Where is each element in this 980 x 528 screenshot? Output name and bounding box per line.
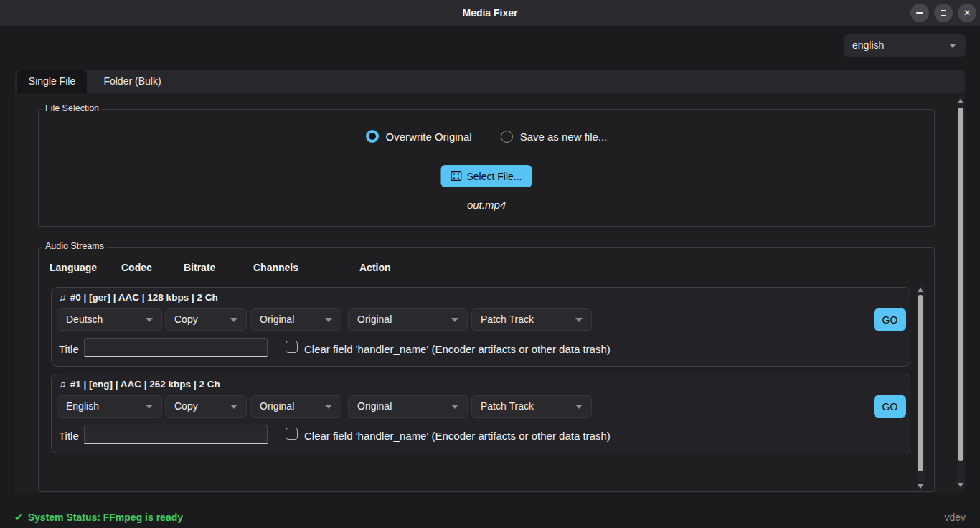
chevron-down-icon: [230, 318, 237, 322]
chevron-down-icon: [451, 318, 458, 322]
language-dropdown-value: english: [852, 39, 884, 51]
radio-save-new-label: Save as new file...: [520, 131, 608, 143]
stream-card-1: ♫ #1 | [eng] | AAC | 262 kbps | 2 Ch Eng…: [51, 374, 910, 453]
radio-selected-icon: [366, 130, 379, 143]
chevron-down-icon: [325, 318, 332, 322]
media-fixer-window: { "titlebar": { "title": "Media Fixer" }…: [0, 0, 980, 528]
select-file-button[interactable]: Select File...: [440, 165, 532, 187]
maximize-button[interactable]: [934, 4, 953, 22]
stream-1-title-input[interactable]: [84, 425, 268, 444]
system-status-text: System Status: FFmpeg is ready: [28, 512, 183, 523]
panel-scrollbar[interactable]: [957, 96, 965, 490]
audio-streams-group: Audio Streams Language Codec Bitrate Cha…: [38, 247, 935, 492]
column-header-codec: Codec: [121, 262, 152, 273]
column-header-bitrate: Bitrate: [184, 262, 215, 273]
column-header-action: Action: [359, 262, 391, 273]
scroll-up-icon[interactable]: [918, 288, 923, 292]
stream-1-codec-value: Copy: [174, 400, 198, 412]
file-selection-group: File Selection Overwrite Original Save a…: [38, 109, 935, 227]
stream-1-clear-handler-label[interactable]: Clear field 'handler_name' (Encoder arti…: [304, 430, 611, 442]
tab-single-file[interactable]: Single File: [17, 70, 87, 93]
radio-overwrite-original[interactable]: Overwrite Original: [366, 130, 472, 143]
stream-0-title-input[interactable]: [84, 338, 268, 357]
stream-0-clear-handler-label[interactable]: Clear field 'handler_name' (Encoder arti…: [304, 343, 611, 355]
chevron-down-icon: [230, 405, 237, 409]
stream-0-action-value: Patch Track: [481, 314, 534, 325]
stream-1-codec-select[interactable]: Copy: [165, 395, 247, 418]
stream-1-bitrate-select[interactable]: Original: [250, 395, 341, 418]
minimize-icon: [916, 12, 923, 14]
version-label: vdev: [944, 512, 966, 523]
maximize-icon: [941, 10, 946, 16]
stream-0-bitrate-value: Original: [260, 314, 294, 325]
stream-1-action-select[interactable]: Patch Track: [471, 395, 592, 418]
stream-0-action-select[interactable]: Patch Track: [471, 308, 592, 331]
radio-save-as-new[interactable]: Save as new file...: [501, 131, 608, 143]
check-icon: ✔: [14, 512, 23, 523]
chevron-down-icon: [146, 405, 153, 409]
stream-1-header: ♫ #1 | [eng] | AAC | 262 kbps | 2 Ch: [59, 379, 220, 390]
tab-folder-bulk[interactable]: Folder (Bulk): [87, 70, 178, 93]
system-status: ✔ System Status: FFmpeg is ready: [14, 512, 183, 523]
chevron-down-icon: [575, 405, 583, 409]
chevron-down-icon: [146, 318, 153, 322]
scroll-down-icon[interactable]: [958, 483, 963, 487]
language-dropdown[interactable]: english: [844, 34, 966, 57]
stream-0-title-label: Title: [59, 343, 79, 355]
stream-0-language-select[interactable]: Deutsch: [57, 308, 162, 331]
minimize-button[interactable]: [910, 4, 929, 22]
music-note-icon: ♫: [59, 292, 66, 303]
scroll-down-icon[interactable]: [918, 484, 923, 489]
chevron-down-icon: [575, 318, 583, 322]
stream-0-header-text: #0 | [ger] | AAC | 128 kbps | 2 Ch: [70, 292, 218, 303]
stream-1-title-label: Title: [59, 430, 79, 442]
stream-list-scrollbar[interactable]: [917, 285, 925, 491]
title-bar: Media Fixer ✕: [0, 0, 980, 26]
radio-unselected-icon: [501, 131, 513, 143]
output-mode-radio-row: Overwrite Original Save as new file...: [39, 130, 934, 143]
stream-0-language-value: Deutsch: [66, 314, 103, 325]
stream-0-codec-select[interactable]: Copy: [165, 308, 247, 331]
stream-0-go-button[interactable]: GO: [874, 308, 906, 331]
tab-bar: Single File Folder (Bulk): [15, 70, 965, 93]
stream-0-header: ♫ #0 | [ger] | AAC | 128 kbps | 2 Ch: [59, 292, 218, 303]
stream-1-language-value: English: [66, 400, 99, 412]
panel-scrollbar-thumb[interactable]: [958, 108, 963, 461]
selected-file-name: out.mp4: [39, 199, 934, 211]
stream-1-action-value: Patch Track: [481, 400, 534, 412]
single-file-panel: File Selection Overwrite Original Save a…: [15, 93, 965, 493]
scroll-up-icon[interactable]: [958, 99, 963, 103]
stream-0-bitrate-select[interactable]: Original: [250, 308, 341, 331]
window-title: Media Fixer: [0, 0, 980, 26]
stream-0-clear-handler-checkbox[interactable]: [286, 341, 298, 353]
stream-1-channels-value: Original: [357, 400, 392, 412]
film-icon: [451, 171, 461, 181]
stream-1-language-select[interactable]: English: [57, 395, 162, 418]
stream-1-channels-select[interactable]: Original: [348, 395, 468, 418]
stream-0-channels-value: Original: [357, 314, 392, 325]
stream-list-scrollbar-thumb[interactable]: [918, 295, 923, 471]
close-button[interactable]: ✕: [958, 4, 976, 22]
close-icon: ✕: [963, 9, 971, 17]
stream-1-bitrate-value: Original: [260, 400, 294, 412]
stream-0-codec-value: Copy: [174, 314, 198, 325]
stream-0-channels-select[interactable]: Original: [348, 308, 468, 331]
select-file-label: Select File...: [466, 171, 522, 182]
stream-card-0: ♫ #0 | [ger] | AAC | 128 kbps | 2 Ch Deu…: [51, 287, 910, 367]
chevron-down-icon: [325, 405, 332, 409]
column-header-language: Language: [50, 262, 97, 273]
audio-streams-legend: Audio Streams: [42, 241, 107, 251]
stream-1-clear-handler-checkbox[interactable]: [286, 428, 298, 440]
chevron-down-icon: [949, 44, 956, 48]
column-header-channels: Channels: [253, 262, 298, 273]
status-bar: ✔ System Status: FFmpeg is ready vdev: [0, 506, 980, 528]
stream-1-header-text: #1 | [eng] | AAC | 262 kbps | 2 Ch: [70, 379, 220, 390]
stream-1-go-button[interactable]: GO: [874, 395, 906, 418]
radio-overwrite-label: Overwrite Original: [386, 131, 472, 143]
chevron-down-icon: [451, 405, 458, 409]
music-note-icon: ♫: [59, 379, 66, 390]
file-selection-legend: File Selection: [42, 103, 102, 113]
